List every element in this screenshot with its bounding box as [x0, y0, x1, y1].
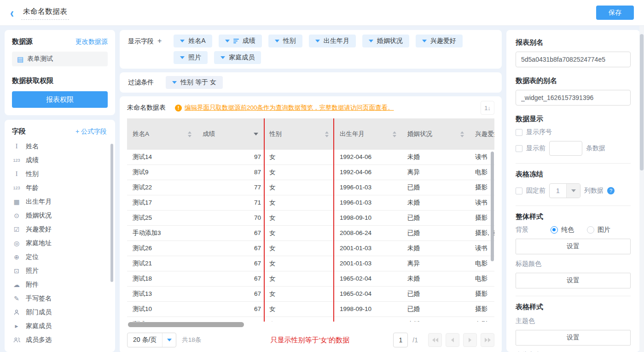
table-alias-input[interactable]	[516, 90, 631, 106]
display-field-tag[interactable]: 姓名A	[174, 35, 212, 47]
scrollbar-thumb[interactable]	[640, 34, 644, 170]
filter-tag[interactable]: 性别 等于 女	[166, 76, 223, 89]
change-datasource-link[interactable]: 更改数据源	[75, 38, 108, 46]
table-vertical-scrollbar[interactable]	[491, 152, 494, 261]
field-item[interactable]: I姓名	[12, 140, 110, 153]
filter-label: 过滤条件	[128, 76, 154, 89]
table-cell: 测试10	[127, 302, 197, 317]
filter-annotation: 只显示性别等于‘女’的数据	[270, 336, 349, 345]
table-row: 测试987女1992-04-06离异电影	[127, 165, 494, 180]
sort-icon[interactable]	[325, 131, 329, 137]
show-first-count-input[interactable]	[549, 141, 582, 156]
field-item[interactable]: ⊙婚姻状况	[12, 209, 110, 223]
add-formula-field-link[interactable]: + 公式字段	[75, 128, 107, 136]
column-header[interactable]: 成绩	[197, 118, 264, 150]
freeze-checkbox[interactable]	[516, 188, 522, 194]
document-icon: ▤	[17, 56, 23, 63]
show-first-checkbox[interactable]	[516, 145, 522, 152]
field-item-label: 手写签名	[26, 294, 52, 303]
report-permission-button[interactable]: 报表权限	[12, 91, 108, 108]
field-item[interactable]: ⊡照片	[12, 264, 110, 278]
column-header-label: 出生年月	[340, 130, 365, 138]
field-item[interactable]: 部门成员	[12, 305, 110, 319]
display-field-tag[interactable]: 性别	[268, 35, 302, 47]
field-item[interactable]: ▦出生年月	[12, 195, 110, 209]
chevron-down-icon	[180, 40, 185, 42]
display-field-tag[interactable]: 婚姻状况	[362, 35, 409, 47]
field-item[interactable]: 123年龄	[12, 181, 110, 195]
display-field-tag[interactable]: 照片	[174, 51, 208, 64]
table-cell: 2008-06-24	[334, 226, 402, 241]
help-icon[interactable]: ?	[607, 187, 615, 194]
field-item[interactable]: I性别	[12, 167, 110, 181]
image-option[interactable]: 图片	[587, 226, 610, 234]
add-display-field-button[interactable]: +	[157, 37, 162, 45]
title-color-set-button[interactable]: 设置	[516, 273, 631, 288]
column-header[interactable]: 出生年月	[334, 118, 402, 150]
radio-checked-icon[interactable]	[551, 226, 558, 234]
current-page-input[interactable]: 1	[393, 333, 408, 347]
table-cell: 已婚	[402, 211, 470, 225]
field-item-label: 照片	[26, 267, 39, 275]
datasource-item[interactable]: ▤ 表单测试	[12, 52, 108, 66]
field-item[interactable]: ✎手写签名	[12, 292, 110, 305]
display-field-tag[interactable]: 兴趣爱好	[416, 35, 463, 47]
column-header-label: 性别	[269, 130, 282, 138]
scrollbar-thumb[interactable]	[128, 322, 244, 327]
tag-label: 婚姻状况	[377, 37, 403, 45]
column-header-label: 婚姻状况	[407, 130, 432, 138]
prev-page-button[interactable]	[446, 333, 459, 347]
sort-icon[interactable]	[460, 131, 464, 137]
radio-unchecked-icon[interactable]	[587, 226, 594, 234]
sort-icon[interactable]	[393, 131, 396, 137]
page-size-select[interactable]: 20 条/页	[127, 333, 176, 347]
field-item[interactable]: ☁附件	[12, 278, 110, 292]
table-cell: 女	[264, 195, 334, 210]
first-page-button[interactable]	[428, 333, 442, 347]
overall-style-title: 整体样式	[516, 212, 631, 221]
table-cell: 2001-01-03	[334, 241, 402, 256]
table-cell: 2001-01-03	[334, 317, 402, 322]
page-title[interactable]: 未命名数据表	[21, 6, 69, 20]
field-item[interactable]: ⊕定位	[12, 250, 110, 264]
freeze-count-select[interactable]: 1	[549, 183, 580, 198]
last-page-button[interactable]	[481, 333, 494, 347]
radio-field-icon: ⊙	[12, 212, 21, 219]
sort-icon[interactable]	[188, 131, 191, 137]
column-header[interactable]: 姓名A	[127, 118, 197, 150]
tag-label: 出生年月	[324, 37, 349, 45]
report-alias-input[interactable]	[516, 52, 631, 67]
field-item[interactable]: ☑兴趣爱好	[12, 223, 110, 236]
chevron-down-icon	[422, 40, 427, 42]
background-set-button[interactable]: 设置	[516, 239, 631, 254]
field-item[interactable]: ▶家庭成员	[12, 319, 110, 333]
solid-color-option[interactable]: 纯色	[551, 226, 574, 234]
row-order-button[interactable]: 1↓	[481, 101, 494, 115]
chevron-down-icon	[225, 40, 230, 42]
column-header[interactable]: 性别	[264, 118, 334, 150]
table-cell: 87	[197, 165, 264, 180]
tag-label: 家庭成员	[229, 53, 255, 62]
table-horizontal-scrollbar[interactable]	[127, 322, 494, 328]
field-item[interactable]: 成员多选	[12, 333, 110, 347]
number-field-icon: 123	[12, 158, 21, 163]
back-icon[interactable]: ‹	[10, 6, 14, 20]
table-cell: 测试11	[127, 317, 197, 322]
column-header[interactable]: 婚姻状况	[402, 118, 470, 150]
data-display-title: 数据显示	[516, 115, 631, 123]
theme-color-set-button[interactable]: 设置	[516, 330, 631, 346]
column-header[interactable]: 兴趣爱好	[470, 118, 494, 150]
show-index-checkbox[interactable]	[516, 129, 522, 136]
table-cell: 女	[264, 211, 334, 225]
fields-scrollbar[interactable]	[110, 144, 113, 282]
field-item[interactable]: ◎家庭地址	[12, 236, 110, 250]
table-cell: 离异	[402, 165, 470, 180]
field-item[interactable]: 123成绩	[12, 153, 110, 167]
display-field-tag[interactable]: 成绩	[219, 35, 262, 47]
display-field-tag[interactable]: 出生年月	[309, 35, 356, 47]
sort-descending-icon[interactable]	[254, 133, 258, 135]
next-page-button[interactable]	[463, 333, 477, 347]
save-button[interactable]: 保存	[596, 6, 634, 20]
display-field-tag[interactable]: 家庭成员	[214, 51, 261, 64]
window-scrollbar[interactable]	[639, 26, 644, 352]
